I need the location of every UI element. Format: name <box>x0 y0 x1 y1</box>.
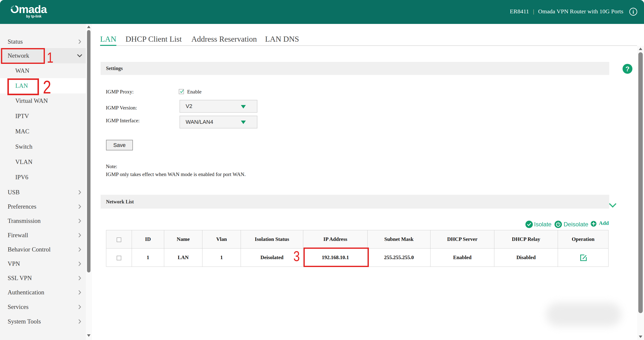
svg-text:?: ? <box>626 65 630 73</box>
svg-text:i: i <box>633 9 634 15</box>
